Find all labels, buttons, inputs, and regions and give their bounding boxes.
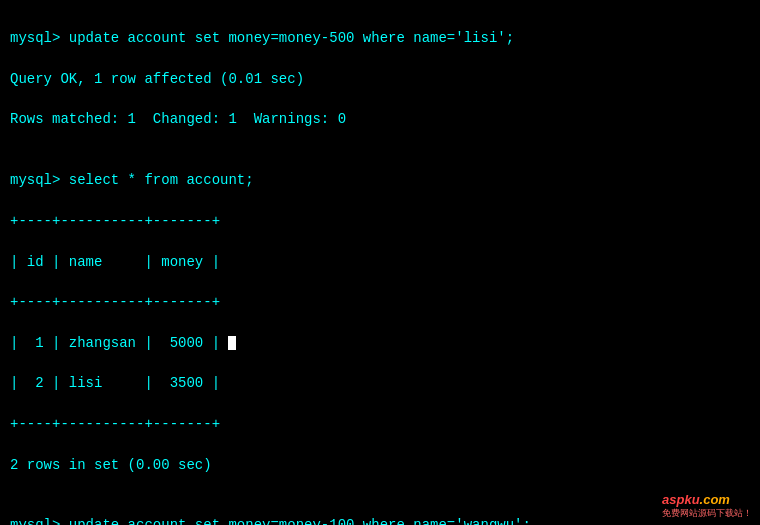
watermark-com: .com [700,492,730,507]
terminal-output: mysql> update account set money=money-50… [0,0,760,525]
terminal-line: | 2 | lisi | 3500 | [10,373,750,393]
terminal-line: +----+----------+-------+ [10,292,750,312]
terminal-line: | 1 | zhangsan | 5000 | [10,333,750,353]
terminal-line: | id | name | money | [10,252,750,272]
watermark-text: aspku [662,492,700,507]
terminal-line: Rows matched: 1 Changed: 1 Warnings: 0 [10,109,750,129]
terminal-line: mysql> select * from account; [10,170,750,190]
terminal-line: mysql> update account set money=money-10… [10,515,750,525]
terminal-line: +----+----------+-------+ [10,211,750,231]
watermark: aspku.com 免费网站源码下载站！ [662,492,752,520]
terminal-line: Query OK, 1 row affected (0.01 sec) [10,69,750,89]
terminal-line: +----+----------+-------+ [10,414,750,434]
terminal-line: 2 rows in set (0.00 sec) [10,455,750,475]
watermark-sub: 免费网站源码下载站！ [662,507,752,520]
cursor [228,336,236,350]
terminal-line: mysql> update account set money=money-50… [10,28,750,48]
